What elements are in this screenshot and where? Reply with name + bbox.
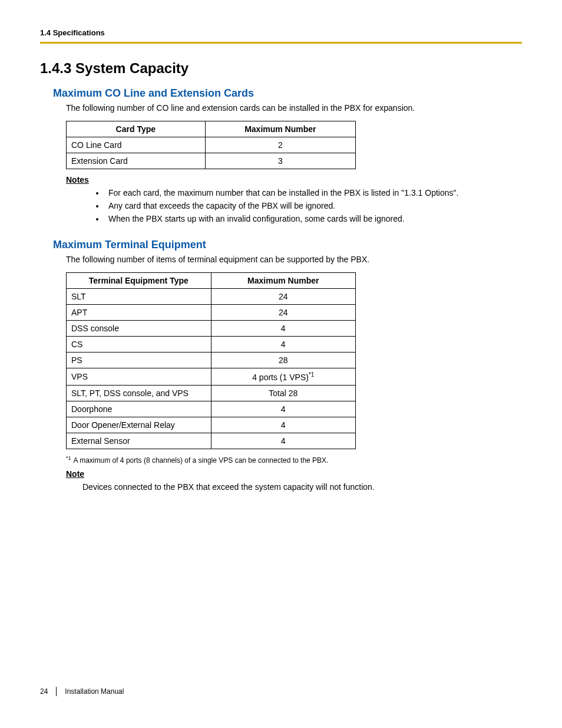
table-row: Door Opener/External Relay 4 bbox=[67, 417, 356, 433]
cell-label: APT bbox=[67, 305, 211, 321]
doc-title: Installation Manual bbox=[65, 687, 124, 696]
cell-value: 4 ports (1 VPS)*1 bbox=[211, 368, 356, 386]
cell-label: Door Opener/External Relay bbox=[67, 417, 211, 433]
table-header-card-type: Card Type bbox=[67, 121, 206, 137]
table-row: VPS 4 ports (1 VPS)*1 bbox=[67, 368, 356, 386]
table-row: DSS console 4 bbox=[67, 321, 356, 337]
running-header: 1.4 Specifications bbox=[40, 28, 522, 37]
cell-value: 24 bbox=[211, 305, 356, 321]
table-row: External Sensor 4 bbox=[67, 433, 356, 449]
list-item: Any card that exceeds the capacity of th… bbox=[105, 201, 522, 210]
cell-label: PS bbox=[67, 353, 211, 368]
note-text: Devices connected to the PBX that exceed… bbox=[82, 482, 522, 492]
cell-value: 4 bbox=[211, 401, 356, 417]
table-row: Extension Card 3 bbox=[67, 153, 356, 169]
cell-value: 28 bbox=[211, 353, 356, 368]
cell-value: 4 bbox=[211, 337, 356, 353]
cell-value: Total 28 bbox=[211, 385, 356, 401]
cell-label: DSS console bbox=[67, 321, 211, 337]
table-row: CS 4 bbox=[67, 337, 356, 353]
table-header-equipment-type: Terminal Equipment Type bbox=[67, 273, 211, 289]
cell-value: 4 bbox=[211, 417, 356, 433]
header-rule bbox=[40, 42, 522, 44]
cell-label: CO Line Card bbox=[67, 137, 206, 153]
cell-label: CS bbox=[67, 337, 211, 353]
table-row: APT 24 bbox=[67, 305, 356, 321]
table-row: PS 28 bbox=[67, 353, 356, 368]
cell-label: Extension Card bbox=[67, 153, 206, 169]
notes-list: For each card, the maximum number that c… bbox=[105, 188, 522, 223]
table-header-max-number: Maximum Number bbox=[211, 273, 356, 289]
section-title: 1.4.3 System Capacity bbox=[40, 60, 522, 77]
table-row: SLT, PT, DSS console, and VPS Total 28 bbox=[67, 385, 356, 401]
cell-value: 2 bbox=[205, 137, 355, 153]
cell-label: SLT bbox=[67, 289, 211, 305]
page-number: 24 bbox=[40, 687, 56, 696]
table-row: SLT 24 bbox=[67, 289, 356, 305]
cell-label: External Sensor bbox=[67, 433, 211, 449]
table-co-line-cards: Card Type Maximum Number CO Line Card 2 … bbox=[66, 121, 356, 169]
intro-text-terminal: The following number of items of termina… bbox=[66, 255, 522, 264]
cell-value: 24 bbox=[211, 289, 356, 305]
list-item: For each card, the maximum number that c… bbox=[105, 188, 522, 197]
cell-label: Doorphone bbox=[67, 401, 211, 417]
cell-value: 3 bbox=[205, 153, 355, 169]
table-row: CO Line Card 2 bbox=[67, 137, 356, 153]
list-item: When the PBX starts up with an invalid c… bbox=[105, 214, 522, 223]
footnote-text: A maximum of 4 ports (8 channels) of a s… bbox=[74, 456, 329, 465]
cell-value: 4 bbox=[211, 433, 356, 449]
footnote: *1A maximum of 4 ports (8 channels) of a… bbox=[66, 455, 522, 465]
table-header-max-number: Maximum Number bbox=[205, 121, 355, 137]
table-row: Doorphone 4 bbox=[67, 401, 356, 417]
cell-label: SLT, PT, DSS console, and VPS bbox=[67, 385, 211, 401]
intro-text-cards: The following number of CO line and exte… bbox=[66, 103, 522, 113]
footnote-mark: *1 bbox=[66, 455, 71, 461]
note-heading: Note bbox=[66, 469, 522, 479]
page-footer: 24 Installation Manual bbox=[40, 687, 124, 696]
table-terminal-equipment: Terminal Equipment Type Maximum Number S… bbox=[66, 272, 356, 449]
cell-label: VPS bbox=[67, 368, 211, 386]
footer-divider bbox=[56, 687, 57, 696]
subsection-title-terminal: Maximum Terminal Equipment bbox=[53, 239, 522, 251]
notes-heading: Notes bbox=[66, 175, 522, 185]
cell-value: 4 bbox=[211, 321, 356, 337]
subsection-title-cards: Maximum CO Line and Extension Cards bbox=[53, 87, 522, 100]
